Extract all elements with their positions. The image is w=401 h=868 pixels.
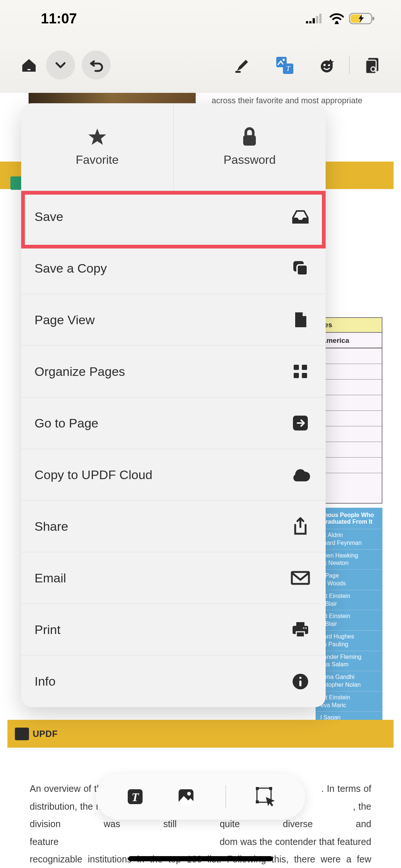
menu-list: Save Save a Copy Page View Organize Page… [21, 191, 326, 707]
svg-rect-31 [296, 622, 304, 626]
menu-arrow [64, 103, 80, 104]
table-cell: y Pageer Woods [316, 570, 382, 590]
menu-top-label: Password [224, 153, 276, 167]
svg-rect-45 [269, 787, 272, 790]
lock-icon [241, 127, 258, 146]
svg-rect-1 [309, 21, 312, 23]
toolbar-separator [349, 56, 350, 74]
table-header: nous People Who raduated From It [316, 508, 382, 529]
top-toolbar: T [0, 37, 401, 93]
svg-point-35 [303, 627, 304, 629]
menu-item-label: Info [35, 674, 56, 689]
password-button[interactable]: Password [174, 103, 326, 191]
more-actions-menu: Favorite Password Save Save a Copy Page … [21, 103, 326, 707]
svg-point-16 [323, 64, 326, 66]
image-tool-button[interactable] [175, 786, 197, 808]
menu-item-label: Save a Copy [35, 261, 107, 276]
svg-rect-10 [235, 71, 241, 73]
sticker-tool-button[interactable] [316, 55, 337, 75]
svg-rect-2 [313, 18, 315, 23]
battery-charging-icon [349, 12, 375, 25]
cloud-icon [291, 465, 310, 484]
favorite-button[interactable]: Favorite [21, 103, 174, 191]
copy-icon [291, 259, 310, 278]
menu-item-label: Copy to UPDF Cloud [35, 468, 152, 482]
table-cell: ert Einsteiny Blair [316, 610, 382, 631]
inbox-icon [291, 207, 310, 226]
svg-text:T: T [132, 790, 140, 804]
updf-logo-text: UPDF [33, 729, 58, 739]
table-cell: ert Einsteiny Blair [316, 590, 382, 611]
menu-item-label: Page View [35, 313, 95, 327]
svg-point-5 [336, 21, 338, 24]
svg-rect-44 [256, 787, 259, 790]
menu-item-share[interactable]: Share [21, 501, 326, 552]
printer-icon [291, 620, 310, 639]
menu-item-organize-pages[interactable]: Organize Pages [21, 346, 326, 397]
wifi-icon [329, 13, 345, 24]
bottom-toolbar-separator [225, 785, 226, 808]
menu-item-label: Organize Pages [35, 364, 125, 379]
svg-rect-24 [297, 265, 307, 275]
status-indicators [306, 12, 375, 25]
menu-item-page-view[interactable]: Page View [21, 294, 326, 346]
menu-item-copy-cloud[interactable]: Copy to UPDF Cloud [21, 449, 326, 501]
menu-item-save-copy[interactable]: Save a Copy [21, 243, 326, 294]
svg-rect-9 [27, 69, 30, 70]
menu-item-label: Share [35, 519, 68, 534]
svg-rect-4 [319, 14, 322, 23]
table-cell: xander Flemingdus Salam [316, 651, 382, 672]
table-cell: atma Gandhiristopher Nolan [316, 671, 382, 692]
svg-rect-8 [372, 17, 374, 20]
page-thumbnails-button[interactable] [362, 55, 382, 75]
svg-rect-46 [256, 800, 259, 803]
page-icon [291, 310, 310, 329]
home-button[interactable] [19, 55, 39, 75]
image-text-tool-button[interactable]: T [274, 55, 295, 75]
menu-item-label: Save [35, 209, 63, 224]
arrow-box-icon [291, 413, 310, 433]
share-icon [291, 517, 310, 536]
svg-point-42 [187, 792, 191, 796]
status-bar: 11:07 [0, 0, 401, 37]
svg-point-12 [283, 59, 285, 61]
svg-point-34 [305, 627, 307, 629]
svg-rect-27 [294, 373, 299, 378]
svg-rect-25 [294, 365, 299, 370]
menu-item-info[interactable]: Info [21, 656, 326, 707]
menu-item-email[interactable]: Email [21, 552, 326, 604]
status-time: 11:07 [41, 11, 77, 27]
cellular-icon [306, 13, 325, 24]
menu-top-row: Favorite Password [21, 103, 326, 191]
doc-yellow-band-bottom: UPDF [7, 720, 394, 748]
dropdown-toggle-button[interactable] [46, 51, 75, 79]
menu-item-go-to-page[interactable]: Go to Page [21, 397, 326, 449]
table-cell: vard Hughesus Pauling [316, 631, 382, 651]
mail-icon [291, 568, 310, 588]
menu-item-print[interactable]: Print [21, 604, 326, 656]
svg-rect-28 [302, 373, 307, 378]
grid-icon [291, 362, 310, 381]
svg-rect-38 [299, 680, 301, 686]
home-indicator[interactable] [128, 856, 273, 861]
select-tool-button[interactable] [255, 786, 277, 808]
highlighter-tool-button[interactable] [232, 55, 252, 75]
menu-item-label: Email [35, 571, 66, 585]
svg-rect-22 [243, 135, 256, 146]
svg-rect-0 [306, 21, 308, 23]
star-icon [88, 127, 107, 146]
text-tool-button[interactable]: T [124, 786, 146, 808]
info-icon [291, 672, 310, 691]
table-cell: ert Einsteineva Maric [316, 692, 382, 712]
menu-item-save[interactable]: Save [21, 191, 326, 243]
table-cell: zz Aldrinchard Feynman [316, 529, 382, 550]
menu-item-label: Go to Page [35, 416, 98, 430]
table-cell: phen Hawkingac Newton [316, 550, 382, 570]
svg-point-37 [299, 677, 301, 679]
svg-rect-26 [302, 365, 307, 370]
menu-top-label: Favorite [76, 153, 119, 167]
bottom-toolbar: T [96, 774, 305, 820]
doc-header-image [29, 92, 196, 104]
undo-button[interactable] [82, 51, 111, 79]
svg-rect-3 [316, 16, 318, 23]
